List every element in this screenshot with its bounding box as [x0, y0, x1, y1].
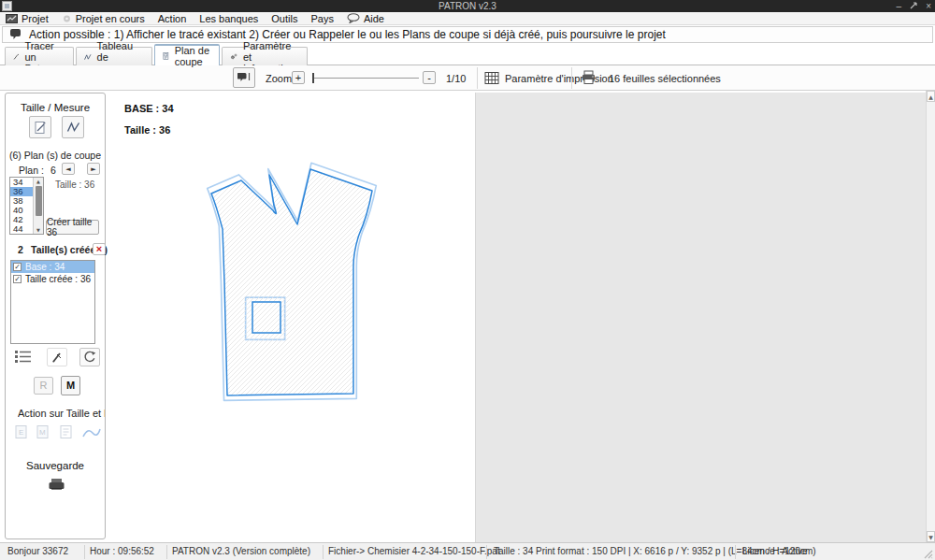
save-section-title: Sauvegarde	[6, 460, 105, 471]
close-button[interactable]: ×	[926, 2, 931, 11]
print-grid-icon	[484, 71, 499, 85]
menu-projet[interactable]: Projet	[6, 13, 49, 24]
hint-bulb-icon	[237, 72, 252, 84]
page-pen-icon	[34, 121, 48, 135]
scroll-down-button[interactable]: ▼	[927, 531, 935, 542]
panel-title: Taille / Mesure	[6, 102, 105, 113]
tab-plan-de-coupe[interactable]: Plan de coupe	[154, 44, 220, 65]
status-greeting: Bonjour 33672	[7, 543, 68, 560]
gears-icon	[230, 50, 237, 63]
save-device-icon[interactable]	[48, 477, 65, 493]
pen-icon	[13, 50, 19, 63]
tab-strip: Tracer un Patron Tableau de mesure Plan …	[0, 44, 935, 65]
m-mode-button[interactable]: M	[61, 376, 80, 395]
menu-projet-en-cours[interactable]: Projet en cours	[62, 13, 145, 24]
created-count: 2	[18, 244, 23, 255]
created-size-row[interactable]: ✓ Taille créée : 36	[11, 273, 94, 285]
edit-pen-button[interactable]	[47, 348, 67, 366]
project-icon	[6, 14, 18, 23]
print-settings-label[interactable]: Paramètre d'impression	[505, 73, 613, 84]
sheets-selected-label: 16 feuilles sélectionnées	[609, 73, 721, 84]
plans-count-label: (6) Plan (s) de coupe	[6, 150, 105, 161]
curve-wave-icon[interactable]	[82, 426, 101, 440]
restore-button[interactable]	[910, 2, 917, 11]
menu-action[interactable]: Action	[158, 13, 187, 24]
menu-aide[interactable]: Aide	[347, 13, 384, 24]
trace-page-button[interactable]	[29, 116, 51, 138]
checkbox-checked[interactable]: ✓	[13, 275, 22, 283]
action-section-title: Action sur Taille et Ma	[18, 408, 105, 419]
taille-mesure-panel: Taille / Mesure (6) Plan (s) de coupe Pl…	[5, 93, 106, 539]
plan-toolbar: Zoom + - 1/10 Paramètre d'impression 16 …	[0, 65, 935, 91]
status-hour: Hour : 09:56:52	[90, 543, 154, 560]
page-indicator: 1/10	[446, 73, 466, 84]
vertical-scrollbar[interactable]: ▲ ▼	[926, 91, 935, 542]
base-size-label: BASE : 34	[124, 103, 174, 114]
hint-bulb-icon	[10, 28, 22, 41]
resize-grip-icon[interactable]	[924, 550, 933, 559]
delete-size-button[interactable]: ×	[93, 243, 106, 255]
create-size-button[interactable]: Créer taille 36	[46, 220, 99, 235]
refresh-icon	[83, 351, 96, 364]
list-options-icon[interactable]	[14, 349, 33, 365]
cut-plan-icon	[163, 50, 169, 63]
menu-pays[interactable]: Pays	[310, 13, 333, 24]
current-size-label: Taille : 36	[124, 124, 170, 136]
zoom-label: Zoom	[266, 73, 292, 84]
hint-toggle-button[interactable]	[233, 67, 255, 88]
zigzag-curve-icon	[66, 122, 80, 133]
main-area: ▲ ▼ Taille / Mesure (6) Plan (s) de coup…	[0, 91, 935, 542]
zoom-in-button[interactable]: +	[292, 71, 305, 84]
checkbox-checked[interactable]: ✓	[13, 263, 22, 271]
size-list-scrollbar[interactable]: ▲ ▼	[33, 178, 43, 234]
menu-bar: Projet Projet en cours Action Les banque…	[0, 12, 935, 25]
tab-parametre-et-information[interactable]: Paramètre et Information	[222, 47, 308, 65]
status-bar: Bonjour 33672 Hour : 09:56:52 PATRON v2.…	[0, 542, 935, 560]
chat-bubble-icon	[347, 13, 360, 23]
pen-slash-icon	[50, 351, 64, 364]
title-bar: PATRON v2.3 – ×	[0, 0, 935, 12]
zoom-slider-handle[interactable]	[312, 73, 314, 83]
taille-value-label: Taille : 36	[55, 179, 94, 190]
scroll-up-icon[interactable]: ▲	[34, 179, 43, 184]
svg-text:E: E	[19, 428, 23, 437]
current-project-icon	[62, 14, 72, 23]
status-licence: Licence : Active	[742, 543, 807, 560]
menu-outils[interactable]: Outils	[271, 13, 297, 24]
measure-curve-button[interactable]	[62, 116, 84, 138]
pattern-canvas: BASE : 34 Taille : 36	[110, 91, 475, 542]
plan-label: Plan :	[19, 165, 44, 176]
status-file: Fichier-> Chemisier 4-2-34-150-150-F.pat	[328, 543, 500, 560]
zoom-slider-track[interactable]	[312, 78, 419, 79]
menu-les-banques[interactable]: Les banques	[199, 13, 258, 24]
printer-icon[interactable]	[581, 70, 597, 85]
tab-tracer-un-patron[interactable]: Tracer un Patron	[5, 47, 74, 65]
created-size-label: Taille créée : 36	[25, 274, 91, 284]
scroll-down-icon[interactable]: ▼	[34, 227, 43, 233]
created-size-row[interactable]: ✓ Base : 34	[11, 261, 94, 273]
created-size-label: Base : 34	[25, 262, 65, 272]
window-title: PATRON v2.3	[0, 1, 935, 11]
tab-tableau-de-mesure[interactable]: Tableau de mesure	[76, 47, 152, 65]
size-listbox[interactable]: 34 36 38 40 42 44 ▲ ▼	[9, 177, 44, 235]
plan-next-button[interactable]: ►	[87, 163, 100, 175]
created-sizes-list[interactable]: ✓ Base : 34 ✓ Taille créée : 36	[10, 260, 95, 344]
scroll-thumb[interactable]	[36, 186, 42, 216]
zoom-out-button[interactable]: -	[423, 71, 436, 84]
document-icon[interactable]	[59, 424, 75, 442]
garment-pattern-drawing	[110, 91, 475, 542]
scroll-up-button[interactable]: ▲	[927, 91, 935, 102]
refresh-button[interactable]	[79, 348, 100, 366]
export-e-icon[interactable]: E	[14, 424, 30, 442]
r-mode-button[interactable]: R	[34, 377, 53, 395]
plan-previous-button[interactable]: ◄	[62, 163, 75, 175]
status-version: PATRON v2.3 (Version complète)	[172, 543, 310, 560]
export-m-icon[interactable]: M	[36, 424, 51, 442]
zigzag-curve-icon	[84, 51, 92, 63]
pasteboard-area	[475, 93, 926, 542]
plan-value: 6	[50, 165, 56, 176]
svg-text:M: M	[39, 428, 46, 437]
minimize-button[interactable]: –	[897, 2, 902, 11]
